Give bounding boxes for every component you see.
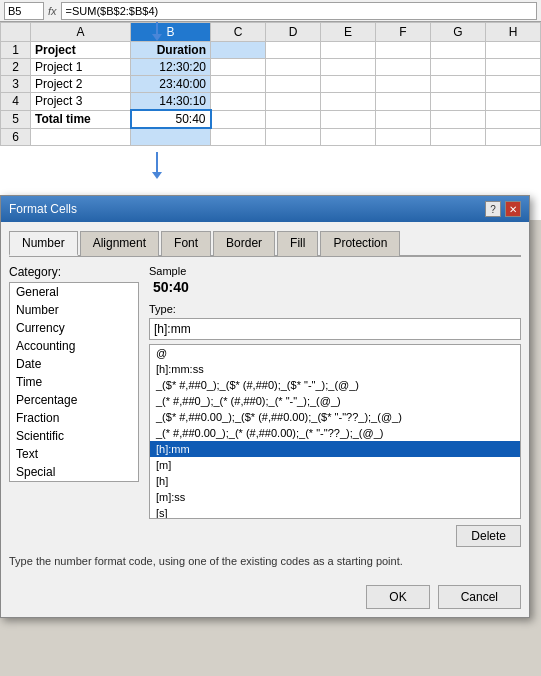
category-text[interactable]: Text bbox=[10, 445, 138, 463]
row-header-6[interactable]: 6 bbox=[1, 128, 31, 145]
cell-e5[interactable] bbox=[321, 110, 376, 128]
category-time[interactable]: Time bbox=[10, 373, 138, 391]
cell-c2[interactable] bbox=[211, 59, 266, 76]
cell-c4[interactable] bbox=[211, 93, 266, 111]
cell-e4[interactable] bbox=[321, 93, 376, 111]
col-header-b[interactable]: B bbox=[131, 23, 211, 42]
tab-border[interactable]: Border bbox=[213, 231, 275, 256]
cell-c1[interactable] bbox=[211, 42, 266, 59]
col-header-g[interactable]: G bbox=[431, 23, 486, 42]
category-scientific[interactable]: Scientific bbox=[10, 427, 138, 445]
format-item-h[interactable]: [h] bbox=[150, 473, 520, 489]
tab-font[interactable]: Font bbox=[161, 231, 211, 256]
format-item-accounting4[interactable]: _(* #,##0.00_);_(* (#,##0.00);_(* "-"??_… bbox=[150, 425, 520, 441]
category-custom[interactable]: Custom bbox=[10, 481, 138, 482]
cell-g2[interactable] bbox=[431, 59, 486, 76]
col-header-a[interactable]: A bbox=[31, 23, 131, 42]
cell-d3[interactable] bbox=[266, 76, 321, 93]
tab-protection[interactable]: Protection bbox=[320, 231, 400, 256]
category-accounting[interactable]: Accounting bbox=[10, 337, 138, 355]
cell-g4[interactable] bbox=[431, 93, 486, 111]
cell-f5[interactable] bbox=[376, 110, 431, 128]
cell-b1[interactable]: Duration bbox=[131, 42, 211, 59]
row-header-3[interactable]: 3 bbox=[1, 76, 31, 93]
col-header-d[interactable]: D bbox=[266, 23, 321, 42]
cell-b5[interactable]: 50:40 bbox=[131, 110, 211, 128]
cell-b2[interactable]: 12:30:20 bbox=[131, 59, 211, 76]
category-special[interactable]: Special bbox=[10, 463, 138, 481]
cell-c6[interactable] bbox=[211, 128, 266, 145]
cell-e1[interactable] bbox=[321, 42, 376, 59]
category-fraction[interactable]: Fraction bbox=[10, 409, 138, 427]
col-header-c[interactable]: C bbox=[211, 23, 266, 42]
cell-a2[interactable]: Project 1 bbox=[31, 59, 131, 76]
cell-a3[interactable]: Project 2 bbox=[31, 76, 131, 93]
format-list[interactable]: @ [h]:mm:ss _($* #,##0_);_($* (#,##0);_(… bbox=[149, 344, 521, 519]
cell-a1[interactable]: Project bbox=[31, 42, 131, 59]
cell-d6[interactable] bbox=[266, 128, 321, 145]
format-item-at[interactable]: @ bbox=[150, 345, 520, 361]
cell-h4[interactable] bbox=[486, 93, 541, 111]
col-header-h[interactable]: H bbox=[486, 23, 541, 42]
cell-f3[interactable] bbox=[376, 76, 431, 93]
cell-h1[interactable] bbox=[486, 42, 541, 59]
cell-c3[interactable] bbox=[211, 76, 266, 93]
formula-input[interactable] bbox=[61, 2, 537, 20]
col-header-e[interactable]: E bbox=[321, 23, 376, 42]
cell-g1[interactable] bbox=[431, 42, 486, 59]
cell-h3[interactable] bbox=[486, 76, 541, 93]
cell-d4[interactable] bbox=[266, 93, 321, 111]
category-percentage[interactable]: Percentage bbox=[10, 391, 138, 409]
format-item-accounting3[interactable]: _($* #,##0.00_);_($* (#,##0.00);_($* "-"… bbox=[150, 409, 520, 425]
row-header-1[interactable]: 1 bbox=[1, 42, 31, 59]
tab-number[interactable]: Number bbox=[9, 231, 78, 256]
cell-h5[interactable] bbox=[486, 110, 541, 128]
cell-f4[interactable] bbox=[376, 93, 431, 111]
category-list[interactable]: General Number Currency Accounting Date … bbox=[9, 282, 139, 482]
cell-b4[interactable]: 14:30:10 bbox=[131, 93, 211, 111]
row-header-5[interactable]: 5 bbox=[1, 110, 31, 128]
cell-g6[interactable] bbox=[431, 128, 486, 145]
ok-button[interactable]: OK bbox=[366, 585, 429, 609]
cell-h2[interactable] bbox=[486, 59, 541, 76]
cell-b6[interactable] bbox=[131, 128, 211, 145]
format-item-s[interactable]: [s] bbox=[150, 505, 520, 519]
cell-b3[interactable]: 23:40:00 bbox=[131, 76, 211, 93]
close-button[interactable]: ✕ bbox=[505, 201, 521, 217]
cell-f6[interactable] bbox=[376, 128, 431, 145]
format-item-m[interactable]: [m] bbox=[150, 457, 520, 473]
format-item-accounting2[interactable]: _(* #,##0_);_(* (#,##0);_(* "-"_);_(@_) bbox=[150, 393, 520, 409]
cell-a5[interactable]: Total time bbox=[31, 110, 131, 128]
format-item-hmmss[interactable]: [h]:mm:ss bbox=[150, 361, 520, 377]
format-item-accounting1[interactable]: _($* #,##0_);_($* (#,##0);_($* "-"_);_(@… bbox=[150, 377, 520, 393]
tab-fill[interactable]: Fill bbox=[277, 231, 318, 256]
category-currency[interactable]: Currency bbox=[10, 319, 138, 337]
cell-e2[interactable] bbox=[321, 59, 376, 76]
col-header-f[interactable]: F bbox=[376, 23, 431, 42]
category-number[interactable]: Number bbox=[10, 301, 138, 319]
cell-g5[interactable] bbox=[431, 110, 486, 128]
delete-button[interactable]: Delete bbox=[456, 525, 521, 547]
cell-c5[interactable] bbox=[211, 110, 266, 128]
tab-alignment[interactable]: Alignment bbox=[80, 231, 159, 256]
cell-reference[interactable] bbox=[4, 2, 44, 20]
category-general[interactable]: General bbox=[10, 283, 138, 301]
cell-e3[interactable] bbox=[321, 76, 376, 93]
cell-d5[interactable] bbox=[266, 110, 321, 128]
cell-f2[interactable] bbox=[376, 59, 431, 76]
row-header-4[interactable]: 4 bbox=[1, 93, 31, 111]
category-date[interactable]: Date bbox=[10, 355, 138, 373]
help-button[interactable]: ? bbox=[485, 201, 501, 217]
cell-h6[interactable] bbox=[486, 128, 541, 145]
row-header-2[interactable]: 2 bbox=[1, 59, 31, 76]
cell-a6[interactable] bbox=[31, 128, 131, 145]
type-input[interactable] bbox=[149, 318, 521, 340]
cell-g3[interactable] bbox=[431, 76, 486, 93]
cell-f1[interactable] bbox=[376, 42, 431, 59]
format-item-hmm[interactable]: [h]:mm bbox=[150, 441, 520, 457]
format-item-mss[interactable]: [m]:ss bbox=[150, 489, 520, 505]
cell-e6[interactable] bbox=[321, 128, 376, 145]
cell-a4[interactable]: Project 3 bbox=[31, 93, 131, 111]
cell-d1[interactable] bbox=[266, 42, 321, 59]
cancel-button[interactable]: Cancel bbox=[438, 585, 521, 609]
